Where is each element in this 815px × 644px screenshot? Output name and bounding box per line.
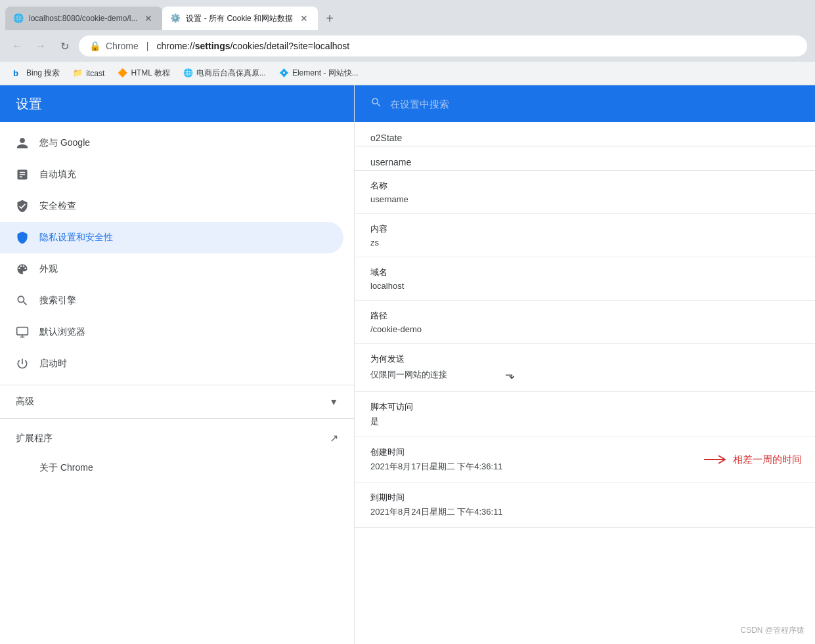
sidebar-item-privacy-label: 隐私设置和安全性 [39, 232, 113, 244]
csdn-watermark: CSDN @管程序猿 [740, 624, 804, 636]
address-brand: Chrome [106, 41, 139, 51]
sidebar-item-security[interactable]: 安全检查 [0, 190, 354, 222]
cookie-field-domain: 域名 localhost [355, 257, 815, 301]
sidebar: 设置 您与 Google 自动填充 [0, 85, 355, 644]
sidebar-item-about[interactable]: 关于 Chrome [0, 452, 354, 484]
sidebar-header: 设置 [0, 85, 354, 122]
cookie-field-path: 路径 /cookie-demo [355, 301, 815, 344]
field-scriptable-value: 是 [370, 416, 799, 427]
sidebar-item-browser[interactable]: 默认浏览器 [0, 316, 354, 348]
html-favicon: 🔶 [118, 68, 128, 79]
bing-favicon: b [13, 68, 24, 79]
itcast-favicon: 📁 [73, 68, 83, 79]
shield-icon [16, 231, 29, 244]
tab2-close-button[interactable]: ✕ [298, 12, 310, 24]
svg-rect-0 [17, 328, 28, 335]
main-content: 设置 您与 Google 自动填充 [0, 85, 815, 644]
field-expires-value: 2021年8月24日星期二 下午4:36:11 [370, 506, 799, 518]
sidebar-item-autofill-label: 自动填充 [39, 169, 76, 181]
about-icon [16, 462, 29, 475]
field-path-label: 路径 [370, 310, 799, 322]
sidebar-item-appearance-label: 外观 [39, 263, 58, 275]
sidebar-item-extensions[interactable]: 扩展程序 ↗ [0, 424, 354, 452]
cookie-field-created: 创建时间 2021年8月17日星期二 下午4:36:11 相差一周的时间 [355, 437, 815, 483]
sidebar-item-about-label: 关于 Chrome [39, 462, 93, 474]
field-name-value: username [370, 194, 799, 204]
bookmark-html[interactable]: 🔶 HTML 教程 [112, 65, 175, 81]
right-panel-header [355, 85, 815, 122]
bookmark-element-label: Element - 网站快... [292, 68, 359, 79]
sidebar-advanced[interactable]: 高级 ▼ [0, 391, 354, 413]
sidebar-item-startup-label: 启动时 [39, 358, 67, 370]
back-button[interactable]: ← [8, 37, 26, 55]
sidebar-item-privacy[interactable]: 隐私设置和安全性 [0, 222, 343, 253]
field-created-value: 2021年8月17日星期二 下午4:36:11 [370, 461, 799, 473]
browser-tab-1[interactable]: 🌐 localhost:8080/cookie-demo/l... ✕ [5, 7, 162, 30]
sidebar-item-search[interactable]: 搜索引擎 [0, 285, 354, 316]
bookmark-element[interactable]: 💠 Element - 网站快... [274, 65, 364, 81]
field-path-value: /cookie-demo [370, 324, 799, 334]
cookie-field-name: 名称 username [355, 171, 815, 214]
bookmark-bing-label: Bing 搜索 [26, 68, 60, 79]
autofill-icon [16, 168, 29, 181]
bookmark-itcast-label: itcast [86, 69, 104, 78]
address-separator: | [146, 41, 149, 51]
element-favicon: 💠 [279, 68, 290, 79]
username-group-label: username [370, 157, 411, 167]
browser-window: 🌐 localhost:8080/cookie-demo/l... ✕ ⚙️ 设… [0, 0, 815, 644]
browser-icon [16, 326, 29, 339]
sidebar-item-autofill[interactable]: 自动填充 [0, 159, 354, 190]
power-icon [16, 357, 29, 370]
sidebar-divider-2 [0, 418, 354, 419]
palette-icon [16, 263, 29, 276]
browser-tab-2[interactable]: ⚙️ 设置 - 所有 Cookie 和网站数据 ✕ [162, 7, 318, 30]
field-domain-label: 域名 [370, 267, 799, 278]
search-bar [370, 97, 587, 111]
bookmark-ecommerce-label: 电商后台高保真原... [196, 68, 266, 79]
bookmark-itcast[interactable]: 📁 itcast [68, 66, 110, 81]
field-content-label: 内容 [370, 223, 799, 235]
cookie-group-username[interactable]: username [355, 146, 815, 170]
sidebar-item-startup[interactable]: 启动时 [0, 348, 354, 379]
external-link-icon: ↗ [330, 432, 338, 444]
search-icon [16, 294, 29, 307]
address-input[interactable]: 🔒 Chrome | chrome://settings/cookies/det… [79, 35, 807, 56]
tab1-close-button[interactable]: ✕ [143, 12, 154, 24]
cookie-field-expires: 到期时间 2021年8月24日星期二 下午4:36:11 [355, 483, 815, 528]
sidebar-extensions-label: 扩展程序 [16, 433, 53, 444]
bookmark-bing[interactable]: b Bing 搜索 [8, 65, 65, 81]
cookie-field-scriptable: 脚本可访问 是 [355, 392, 815, 437]
bookmark-html-label: HTML 教程 [131, 68, 170, 79]
cursor-icon: ⬎ [505, 368, 515, 382]
sidebar-item-search-label: 搜索引擎 [39, 295, 76, 307]
sidebar-item-appearance[interactable]: 外观 [0, 253, 354, 285]
cookie-fields-container: o2State username 名称 username [355, 122, 815, 528]
new-tab-button[interactable]: + [320, 9, 339, 28]
cookie-field-content: 内容 zs [355, 214, 815, 257]
address-url: chrome://settings/cookies/detail?site=lo… [156, 41, 349, 51]
refresh-button[interactable]: ↻ [55, 37, 74, 55]
field-scriptable-label: 脚本可访问 [370, 401, 799, 413]
sidebar-item-google[interactable]: 您与 Google [0, 127, 354, 159]
cookie-group-o2state[interactable]: o2State [355, 122, 815, 146]
search-input[interactable] [390, 98, 587, 110]
cookie-field-send-when: 为何发送 仅限同一网站的连接 ⬎ [355, 344, 815, 392]
bookmark-ecommerce[interactable]: 🌐 电商后台高保真原... [178, 65, 271, 81]
tab1-label: localhost:8080/cookie-demo/l... [29, 14, 137, 23]
tab2-favicon: ⚙️ [170, 13, 181, 24]
ecommerce-favicon: 🌐 [183, 68, 194, 79]
right-panel: o2State username 名称 username [355, 85, 815, 644]
bookmarks-bar: b Bing 搜索 📁 itcast 🔶 HTML 教程 🌐 电商后台高保真原.… [0, 62, 815, 85]
person-icon [16, 137, 29, 150]
sidebar-item-google-label: 您与 Google [39, 137, 90, 149]
field-expires-label: 到期时间 [370, 492, 799, 504]
forward-button[interactable]: → [32, 37, 50, 55]
tab2-label: 设置 - 所有 Cookie 和网站数据 [186, 13, 293, 24]
field-content-value: zs [370, 238, 799, 247]
field-domain-value: localhost [370, 281, 799, 291]
tab-bar: 🌐 localhost:8080/cookie-demo/l... ✕ ⚙️ 设… [0, 0, 815, 30]
field-created-label: 创建时间 [370, 446, 799, 458]
sidebar-divider-1 [0, 385, 354, 385]
secure-icon: 🔒 [89, 41, 100, 51]
address-bar: ← → ↻ 🔒 Chrome | chrome://settings/cooki… [0, 30, 815, 62]
